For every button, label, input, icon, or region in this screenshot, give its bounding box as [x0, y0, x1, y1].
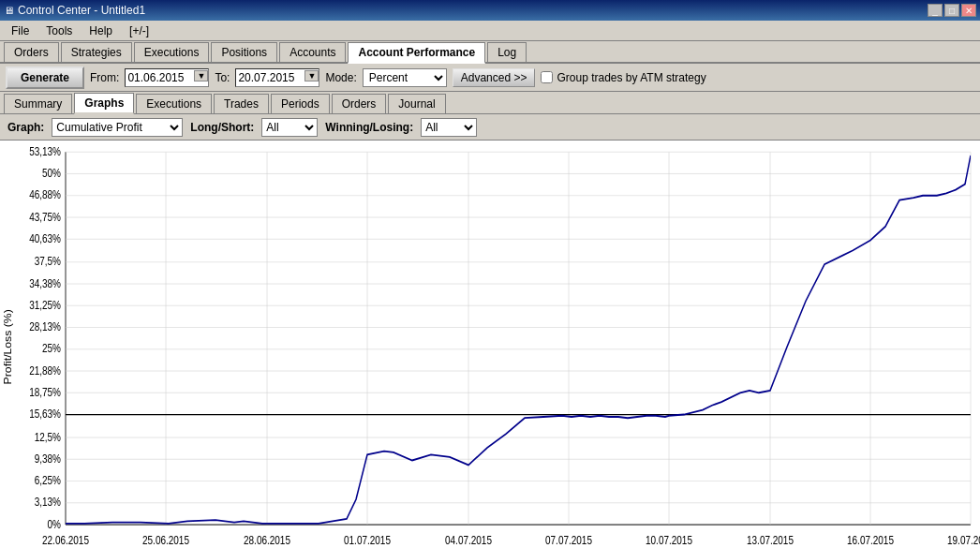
sub-tab-graphs[interactable]: Graphs — [74, 93, 134, 114]
group-trades-checkbox[interactable] — [541, 71, 553, 83]
winning-losing-label: Winning/Losing: — [325, 121, 413, 134]
y-tick-15: 46,88% — [29, 188, 61, 200]
menu-tools[interactable]: Tools — [38, 22, 80, 39]
from-label: From: — [90, 71, 119, 84]
x-tick-6: 10.07.2015 — [646, 534, 692, 546]
titlebar: 🖥 Control Center - Untitled1 _ □ ✕ — [0, 0, 980, 21]
toolbar: Generate From: ▼ To: ▼ Mode: Percent Cur… — [0, 64, 980, 92]
tab-executions[interactable]: Executions — [134, 42, 210, 62]
cumulative-profit-line — [66, 156, 971, 524]
sub-tab-orders[interactable]: Orders — [332, 94, 387, 113]
minimize-button[interactable]: _ — [928, 4, 943, 17]
x-tick-7: 13.07.2015 — [747, 534, 794, 546]
chart-area: 0% 3,13% 6,25% 9,38% 12,5% 15,63% 18,7 — [0, 141, 980, 548]
sub-tab-executions[interactable]: Executions — [136, 94, 212, 113]
x-tick-8: 16.07.2015 — [847, 534, 894, 546]
titlebar-title: Control Center - Untitled1 — [18, 4, 145, 17]
svg-rect-0 — [66, 152, 971, 525]
x-tick-2: 28.06.2015 — [244, 534, 290, 546]
tab-log[interactable]: Log — [487, 42, 527, 62]
x-tick-4: 04.07.2015 — [445, 534, 492, 546]
sub-tabs: Summary Graphs Executions Trades Periods… — [0, 92, 980, 114]
y-tick-8: 25% — [42, 342, 61, 354]
generate-button[interactable]: Generate — [6, 67, 84, 89]
x-tick-0: 22.06.2015 — [42, 534, 89, 546]
close-button[interactable]: ✕ — [961, 4, 976, 17]
long-short-label: Long/Short: — [190, 121, 254, 134]
x-tick-3: 01.07.2015 — [344, 534, 391, 546]
advanced-button[interactable]: Advanced >> — [453, 68, 536, 87]
group-trades-label[interactable]: Group trades by ATM strategy — [541, 71, 705, 84]
main-tabs: Orders Strategies Executions Positions A… — [0, 41, 980, 64]
sub-tab-periods[interactable]: Periods — [271, 94, 330, 113]
y-tick-14: 43,75% — [29, 211, 61, 223]
y-tick-10: 31,25% — [29, 299, 61, 311]
tab-account-performance[interactable]: Account Performance — [348, 42, 485, 64]
titlebar-controls[interactable]: _ □ ✕ — [928, 4, 976, 17]
to-date-dropdown-icon[interactable]: ▼ — [304, 70, 319, 81]
maximize-button[interactable]: □ — [944, 4, 959, 17]
y-tick-13: 40,63% — [29, 232, 61, 244]
sub-tab-summary[interactable]: Summary — [4, 94, 72, 113]
graph-controls: Graph: Cumulative Profit Daily Profit Dr… — [0, 114, 980, 141]
y-tick-12: 37,5% — [35, 255, 61, 267]
app-icon: 🖥 — [4, 5, 14, 16]
y-tick-4: 12,5% — [35, 431, 61, 443]
x-tick-9: 19.07.2015 — [947, 534, 980, 546]
mode-select[interactable]: Percent Currency — [363, 68, 447, 87]
y-tick-17: 53,13% — [29, 145, 61, 157]
to-label: To: — [215, 71, 230, 84]
sub-tab-journal[interactable]: Journal — [388, 94, 445, 113]
y-tick-7: 21,88% — [29, 364, 61, 377]
menubar: File Tools Help [+/-] — [0, 21, 980, 41]
y-tick-5: 15,63% — [29, 407, 61, 420]
tab-accounts[interactable]: Accounts — [279, 42, 346, 62]
sub-tab-trades[interactable]: Trades — [214, 94, 269, 113]
tab-orders[interactable]: Orders — [4, 42, 59, 62]
y-tick-0: 0% — [48, 518, 61, 530]
y-tick-2: 6,25% — [35, 474, 61, 486]
graph-label: Graph: — [7, 121, 44, 134]
y-tick-1: 3,13% — [35, 496, 61, 509]
y-tick-11: 34,38% — [29, 277, 61, 289]
graph-type-select[interactable]: Cumulative Profit Daily Profit Drawdown — [52, 118, 183, 137]
tab-strategies[interactable]: Strategies — [61, 42, 132, 62]
menu-plus-minus[interactable]: [+/-] — [122, 22, 156, 39]
from-date-dropdown-icon[interactable]: ▼ — [194, 70, 208, 81]
menu-help[interactable]: Help — [82, 22, 120, 39]
y-tick-9: 28,13% — [29, 320, 61, 333]
x-tick-5: 07.07.2015 — [545, 534, 592, 546]
long-short-select[interactable]: All Long Short — [261, 118, 318, 137]
winning-losing-select[interactable]: All Winning Losing — [421, 118, 477, 137]
chart-svg: 0% 3,13% 6,25% 9,38% 12,5% 15,63% 18,7 — [0, 141, 980, 548]
y-tick-3: 9,38% — [35, 452, 61, 465]
titlebar-left: 🖥 Control Center - Untitled1 — [4, 4, 145, 17]
mode-label: Mode: — [325, 71, 356, 84]
menu-file[interactable]: File — [4, 22, 37, 39]
chart-container: 0% 3,13% 6,25% 9,38% 12,5% 15,63% 18,7 — [0, 141, 980, 548]
x-tick-1: 25.06.2015 — [142, 534, 189, 546]
y-tick-6: 18,75% — [29, 386, 61, 398]
tab-positions[interactable]: Positions — [211, 42, 277, 62]
y-axis-label: Profit/Loss (%) — [3, 309, 13, 384]
y-tick-16: 50% — [42, 167, 61, 179]
